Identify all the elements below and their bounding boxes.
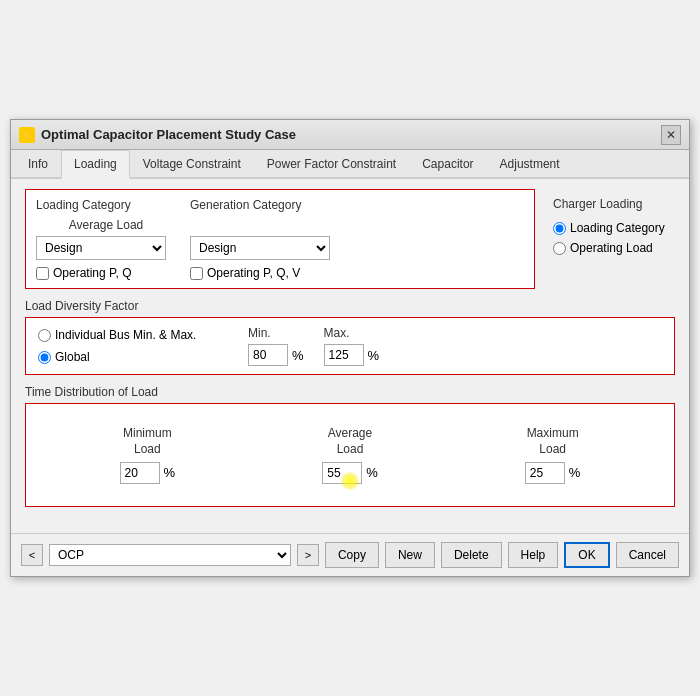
generation-checkbox-row: Operating P, Q, V bbox=[190, 266, 340, 280]
charger-radio-operating: Operating Load bbox=[553, 241, 667, 255]
time-distribution-section: Time Distribution of Load Minimum Load % bbox=[25, 385, 675, 506]
maximum-load-item: Maximum Load % bbox=[525, 426, 581, 483]
close-button[interactable]: ✕ bbox=[661, 125, 681, 145]
operating-pq-checkbox[interactable] bbox=[36, 267, 49, 280]
diversity-box: Individual Bus Min. & Max. Global Min. % bbox=[25, 317, 675, 375]
diversity-radio-group: Individual Bus Min. & Max. Global bbox=[38, 328, 208, 364]
loading-category-label: Loading Category bbox=[36, 198, 176, 212]
tab-info[interactable]: Info bbox=[15, 150, 61, 179]
generation-dropdown-row: Design Custom bbox=[190, 236, 340, 260]
diversity-section-label: Load Diversity Factor bbox=[25, 299, 675, 313]
app-icon: ⚡ bbox=[19, 127, 35, 143]
cancel-button[interactable]: Cancel bbox=[616, 542, 679, 568]
charger-operating-load-radio[interactable] bbox=[553, 242, 566, 255]
min-value-row: % bbox=[248, 344, 304, 366]
cursor-indicator bbox=[341, 472, 359, 490]
max-value-row: % bbox=[324, 344, 380, 366]
charger-radio-loading: Loading Category bbox=[553, 221, 667, 235]
loading-category-group: Loading Category Average Load Design Cus… bbox=[36, 198, 176, 280]
time-dist-section-label: Time Distribution of Load bbox=[25, 385, 675, 399]
global-radio[interactable] bbox=[38, 351, 51, 364]
new-button[interactable]: New bbox=[385, 542, 435, 568]
content-area: Loading Category Average Load Design Cus… bbox=[11, 179, 689, 526]
maximum-load-label: Maximum Load bbox=[527, 426, 579, 457]
max-percent: % bbox=[368, 348, 380, 363]
min-load-percent: % bbox=[164, 465, 176, 480]
tab-adjustment[interactable]: Adjustment bbox=[487, 150, 573, 179]
min-label: Min. bbox=[248, 326, 271, 340]
nav-prev-button[interactable]: < bbox=[21, 544, 43, 566]
average-load-label: Average Load bbox=[328, 426, 372, 457]
operating-pqv-checkbox[interactable] bbox=[190, 267, 203, 280]
title-bar: ⚡ Optimal Capacitor Placement Study Case… bbox=[11, 120, 689, 150]
main-window: ⚡ Optimal Capacitor Placement Study Case… bbox=[10, 119, 690, 576]
max-input[interactable] bbox=[324, 344, 364, 366]
generation-dropdown[interactable]: Design Custom bbox=[190, 236, 330, 260]
minimum-load-label: Minimum Load bbox=[123, 426, 172, 457]
loading-dropdown-row: Design Custom bbox=[36, 236, 176, 260]
tab-voltage[interactable]: Voltage Constraint bbox=[130, 150, 254, 179]
individual-bus-radio-row: Individual Bus Min. & Max. bbox=[38, 328, 208, 342]
tab-capacitor[interactable]: Capacitor bbox=[409, 150, 486, 179]
charger-loading-category-label: Loading Category bbox=[570, 221, 665, 235]
tab-power[interactable]: Power Factor Constraint bbox=[254, 150, 409, 179]
avg-load-percent: % bbox=[366, 465, 378, 480]
generation-category-group: Generation Category Design Custom Operat… bbox=[190, 198, 340, 280]
loading-generation-box: Loading Category Average Load Design Cus… bbox=[25, 189, 535, 289]
individual-bus-label: Individual Bus Min. & Max. bbox=[55, 328, 196, 342]
max-item: Max. % bbox=[324, 326, 380, 366]
global-radio-row: Global bbox=[38, 350, 208, 364]
nav-next-button[interactable]: > bbox=[297, 544, 319, 566]
time-dist-box: Minimum Load % Average Load bbox=[25, 403, 675, 506]
charger-loading-category-radio[interactable] bbox=[553, 222, 566, 235]
generation-category-label: Generation Category bbox=[190, 198, 340, 212]
max-load-percent: % bbox=[569, 465, 581, 480]
copy-button[interactable]: Copy bbox=[325, 542, 379, 568]
min-item: Min. % bbox=[248, 326, 304, 366]
delete-button[interactable]: Delete bbox=[441, 542, 502, 568]
individual-bus-radio[interactable] bbox=[38, 329, 51, 342]
avg-load-label: Average Load bbox=[36, 218, 176, 232]
global-label: Global bbox=[55, 350, 90, 364]
minimum-load-item: Minimum Load % bbox=[120, 426, 176, 483]
minimum-load-input[interactable] bbox=[120, 462, 160, 484]
title-bar-left: ⚡ Optimal Capacitor Placement Study Case bbox=[19, 127, 296, 143]
top-row: Loading Category Average Load Design Cus… bbox=[25, 189, 675, 289]
maximum-load-input[interactable] bbox=[525, 462, 565, 484]
operating-pqv-label: Operating P, Q, V bbox=[207, 266, 300, 280]
load-diversity-section: Load Diversity Factor Individual Bus Min… bbox=[25, 299, 675, 375]
tab-bar: Info Loading Voltage Constraint Power Fa… bbox=[11, 150, 689, 179]
window-title: Optimal Capacitor Placement Study Case bbox=[41, 127, 296, 142]
bottom-bar: < OCP > Copy New Delete Help OK Cancel bbox=[11, 533, 689, 576]
help-button[interactable]: Help bbox=[508, 542, 559, 568]
max-label: Max. bbox=[324, 326, 350, 340]
ocp-select[interactable]: OCP bbox=[49, 544, 291, 566]
minimum-load-value-row: % bbox=[120, 462, 176, 484]
tab-loading[interactable]: Loading bbox=[61, 150, 130, 179]
ok-button[interactable]: OK bbox=[564, 542, 609, 568]
min-percent: % bbox=[292, 348, 304, 363]
charger-loading-title: Charger Loading bbox=[553, 197, 667, 211]
loading-checkbox-row: Operating P, Q bbox=[36, 266, 176, 280]
charger-loading-group: Charger Loading Loading Category Operati… bbox=[545, 189, 675, 289]
min-max-group: Min. % Max. % bbox=[248, 326, 379, 366]
loading-dropdown[interactable]: Design Custom bbox=[36, 236, 166, 260]
maximum-load-value-row: % bbox=[525, 462, 581, 484]
charger-operating-load-label: Operating Load bbox=[570, 241, 653, 255]
operating-pq-label: Operating P, Q bbox=[53, 266, 132, 280]
min-input[interactable] bbox=[248, 344, 288, 366]
